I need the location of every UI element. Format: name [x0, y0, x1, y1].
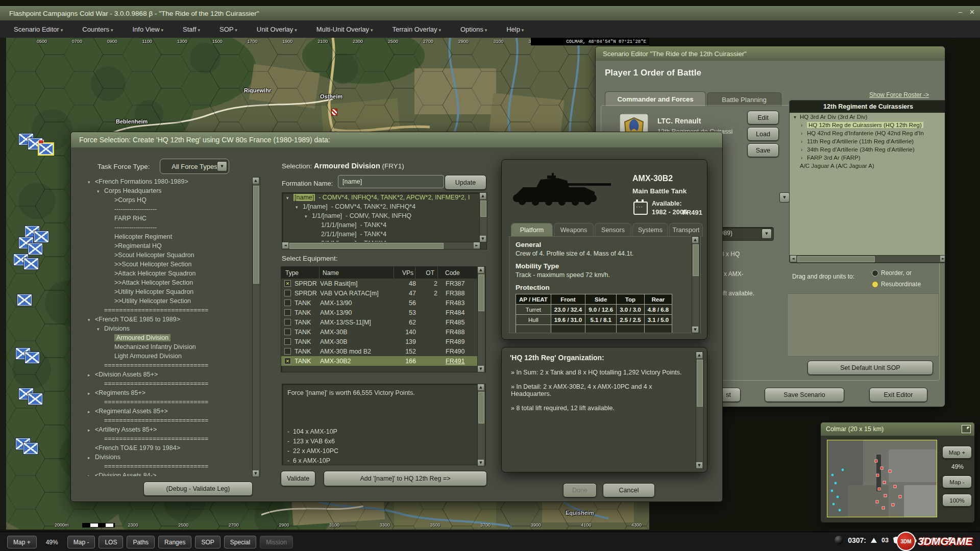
- equipment-checkbox[interactable]: [284, 348, 291, 355]
- menu-item[interactable]: Options: [452, 22, 496, 36]
- cancel-button[interactable]: Cancel: [603, 483, 655, 497]
- unit-counter[interactable]: [34, 231, 48, 242]
- tree-expand-icon[interactable]: ▸: [88, 471, 95, 476]
- unit-counter[interactable]: [39, 143, 53, 155]
- formation-vertical-scrollbar[interactable]: ▲ ▼: [479, 192, 487, 242]
- force-tree-item[interactable]: ============================: [85, 379, 259, 388]
- force-tree-item[interactable]: ============================: [85, 416, 259, 425]
- equipment-checkbox[interactable]: [284, 309, 291, 316]
- equipment-vertical-scrollbar[interactable]: ▲ ▼: [477, 266, 485, 372]
- chevron-down-icon[interactable]: [217, 161, 227, 171]
- status-bar-button[interactable]: Map -: [67, 536, 95, 548]
- tree-expand-icon[interactable]: ▾: [305, 212, 312, 221]
- force-tree-item[interactable]: Helicopter Regiment: [85, 232, 259, 241]
- update-button[interactable]: Update: [445, 175, 486, 190]
- formation-tree-item[interactable]: 1/1/1/[name]- TANK*4: [282, 220, 486, 230]
- roster-tree-item[interactable]: ›FARP 3rd Ar (FARP): [790, 154, 945, 162]
- equipment-row[interactable]: TANK AMX-13/SS-11[M] 62 FR485: [281, 317, 477, 327]
- tree-expand-icon[interactable]: ›: [801, 121, 807, 129]
- status-bar-button[interactable]: 49%: [40, 536, 64, 548]
- tab-platform[interactable]: Platform: [511, 223, 553, 237]
- save-scenario-button[interactable]: Save Scenario: [765, 388, 844, 402]
- tree-expand-icon[interactable]: ▸: [88, 407, 95, 416]
- tree-expand-icon[interactable]: ›: [801, 146, 807, 154]
- force-tree-item[interactable]: >Scout Helicopter Squadron: [85, 251, 259, 260]
- force-tree-item[interactable]: ▸<Regimental Assets 85+>: [85, 407, 259, 416]
- force-selection-titlebar[interactable]: Force Selection: Create 'HQ 12th Reg' us…: [71, 132, 722, 147]
- menu-item[interactable]: Multi-Unit Overlay: [308, 22, 382, 36]
- menu-item[interactable]: Counters: [74, 22, 121, 36]
- status-bar-button[interactable]: Mission: [260, 536, 293, 548]
- unit-counter[interactable]: [28, 393, 42, 405]
- menu-item[interactable]: Terrain Overlay: [383, 22, 450, 36]
- formation-tree-item[interactable]: ▾1/1/[name]- COMV, TANK, INFHQ: [282, 211, 486, 220]
- roster-horizontal-scrollbar[interactable]: ◄ ►: [790, 255, 945, 263]
- status-bar-button[interactable]: Paths: [127, 536, 155, 548]
- tab-battle-planning[interactable]: Battle Planning: [707, 92, 781, 106]
- roster-tree-item[interactable]: A/C Jaguar A (A/C Jaguar A): [790, 162, 945, 170]
- tab-sensors[interactable]: Sensors: [595, 223, 631, 237]
- force-tree-item[interactable]: --------------------: [85, 205, 259, 214]
- force-tree-item[interactable]: Mechanized Infantry Division: [85, 342, 259, 352]
- force-tree-item[interactable]: Light Armoured Division: [85, 352, 259, 361]
- minimap-full-zoom-button[interactable]: 100%: [942, 494, 972, 507]
- unit-counter[interactable]: [25, 352, 39, 363]
- validate-button[interactable]: Validate: [281, 471, 315, 486]
- minimap-map-minus-button[interactable]: Map -: [942, 475, 972, 488]
- tree-expand-icon[interactable]: ▸: [88, 425, 95, 435]
- equipment-checkbox[interactable]: [284, 299, 291, 306]
- equipment-checkbox[interactable]: [284, 329, 291, 335]
- window-control-button[interactable]: –: [959, 8, 962, 16]
- add-formation-button[interactable]: Add '[name]' to HQ 12th Reg =>: [324, 471, 487, 486]
- formation-name-input[interactable]: [name]: [338, 175, 444, 188]
- tab-systems[interactable]: Systems: [632, 223, 668, 237]
- unit-counter[interactable]: [28, 243, 42, 255]
- tree-expand-icon[interactable]: ▾: [88, 178, 95, 187]
- reorder-radio[interactable]: [872, 270, 878, 277]
- unit-counter[interactable]: [24, 258, 38, 269]
- force-tree-item[interactable]: Armoured Division: [85, 333, 259, 342]
- force-tree-item[interactable]: ▸<Division Assets 85+>: [85, 370, 259, 379]
- edit-button[interactable]: Edit: [747, 111, 779, 124]
- show-force-roster-link[interactable]: Show Force Roster ->: [869, 91, 929, 98]
- status-bar-button[interactable]: Ranges: [158, 536, 191, 548]
- resubordinate-radio-label[interactable]: Resubordinate: [881, 281, 921, 288]
- roster-tree-item[interactable]: ›HQ 12th Reg de Cuirassiers (HQ 12th Reg…: [790, 121, 945, 129]
- tree-expand-icon[interactable]: ▾: [97, 187, 104, 196]
- force-tree-item[interactable]: >>Utility Helicopter Section: [85, 296, 259, 306]
- force-tree-item[interactable]: --------------------: [85, 223, 259, 232]
- force-tree-item[interactable]: ▾Divisions: [85, 324, 259, 333]
- minimap-map-plus-button[interactable]: Map +: [942, 446, 972, 459]
- minimap-image[interactable]: [827, 440, 937, 517]
- task-force-type-select[interactable]: All Force Types: [160, 159, 229, 174]
- formation-horizontal-scrollbar[interactable]: ◄ ►: [282, 242, 480, 249]
- equipment-row[interactable]: SPRDR VAB Rasit[m] 48 2 FR387: [281, 279, 477, 288]
- menu-item[interactable]: Help: [498, 22, 532, 36]
- tree-expand-icon[interactable]: ▾: [296, 203, 303, 212]
- roster-tree-item[interactable]: ▾HQ 3rd Ar Div (3rd Ar Div): [790, 113, 945, 121]
- hidden-combo-arrow-fragment[interactable]: [779, 192, 788, 203]
- tree-expand-icon[interactable]: ▸: [88, 453, 95, 462]
- tree-expand-icon[interactable]: ▾: [286, 193, 293, 203]
- force-tree-item[interactable]: ▾Corps Headquarters: [85, 186, 259, 195]
- menu-item[interactable]: Staff: [174, 22, 209, 36]
- save-button[interactable]: Save: [747, 143, 779, 157]
- unit-counter[interactable]: [23, 443, 38, 454]
- equipment-row[interactable]: TANK AMX-30B2 166 FR491: [281, 356, 477, 366]
- roster-tree-item[interactable]: ›HQ 42nd Reg d'Infanterie (HQ 42nd Reg d…: [790, 129, 945, 137]
- force-tree-item[interactable]: >Regimental HQ: [85, 241, 259, 251]
- menu-item[interactable]: Info View: [124, 22, 172, 36]
- load-button[interactable]: Load: [747, 127, 779, 141]
- equipment-row[interactable]: SPRDR VAB VOA RATAC[m] 47 2 FR388: [281, 288, 477, 298]
- done-button[interactable]: Done: [563, 483, 597, 497]
- equipment-row[interactable]: TANK AMX-13/90 56 FR483: [281, 298, 477, 308]
- tree-expand-icon[interactable]: ›: [801, 130, 807, 137]
- tree-expand-icon[interactable]: ▾: [88, 315, 95, 324]
- force-tree-item[interactable]: FARP RHC: [85, 214, 259, 223]
- unit-counter[interactable]: [17, 294, 32, 306]
- equipment-row[interactable]: TANK AMX-13/90 53 FR484: [281, 308, 477, 317]
- summary-vertical-scrollbar[interactable]: ▲ ▼: [477, 384, 485, 466]
- minimap-titlebar[interactable]: Colmar (20 x 15 km): [821, 422, 974, 436]
- equipment-checkbox[interactable]: [284, 280, 291, 287]
- status-bar-button[interactable]: Special: [224, 536, 256, 548]
